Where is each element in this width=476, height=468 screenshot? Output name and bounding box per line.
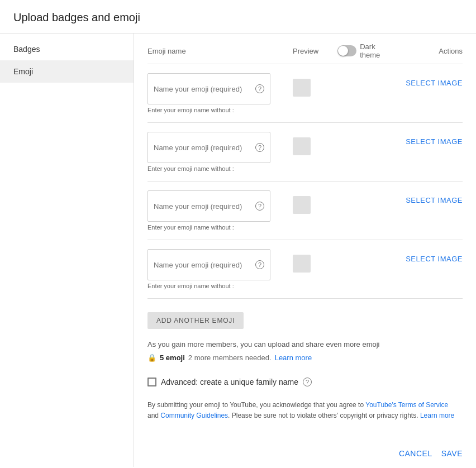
select-image-btn-2[interactable]: SELECT IMAGE <box>406 137 463 146</box>
tos-link[interactable]: YouTube's Terms of Service <box>365 401 448 409</box>
select-image-btn-4[interactable]: SELECT IMAGE <box>406 255 463 263</box>
footer-actions: CANCEL SAVE <box>399 440 463 467</box>
emoji-name-input-4[interactable] <box>154 261 252 269</box>
emoji-tier: 🔒 5 emoji 2 more members needed. Learn m… <box>147 353 463 362</box>
col-header-dark-theme: Dark theme <box>337 42 396 59</box>
help-icon-1[interactable]: ? <box>255 84 264 93</box>
preview-col-2 <box>293 132 337 155</box>
emoji-name-input-2[interactable] <box>154 144 252 152</box>
actions-col-4: SELECT IMAGE <box>396 249 463 263</box>
help-icon-2[interactable]: ? <box>255 143 264 152</box>
tos-section: By submitting your emoji to YouTube, you… <box>147 400 460 421</box>
page-header: Upload badges and emoji <box>0 0 476 34</box>
emoji-name-input-3[interactable] <box>154 202 252 211</box>
emoji-name-col-4: ? Enter your emoji name without : <box>147 249 293 289</box>
cancel-button[interactable]: CANCEL <box>399 449 432 458</box>
column-headers: Emoji name Preview Dark theme Actions <box>147 34 463 64</box>
tos-text-3: . Please be sure not to violate others' … <box>228 412 420 419</box>
emoji-name-col-2: ? Enter your emoji name without : <box>147 132 293 172</box>
community-link[interactable]: Community Guidelines <box>160 412 228 419</box>
emoji-row-1: ? Enter your emoji name without : SELECT… <box>147 64 463 123</box>
actions-col-1: SELECT IMAGE <box>396 73 463 87</box>
select-image-btn-3[interactable]: SELECT IMAGE <box>406 196 463 204</box>
emoji-input-wrapper-3: ? <box>147 190 270 222</box>
toggle-knob <box>338 46 348 56</box>
preview-col-3 <box>293 190 337 214</box>
actions-col-2: SELECT IMAGE <box>396 132 463 146</box>
preview-placeholder-2 <box>293 137 311 155</box>
tier-sub: 2 more members needed. <box>188 354 272 362</box>
sidebar-item-emoji[interactable]: Emoji <box>0 60 134 83</box>
emoji-hint-2: Enter your emoji name without : <box>147 165 293 172</box>
lock-icon: 🔒 <box>147 353 156 362</box>
sidebar: Badges Emoji <box>0 34 134 467</box>
emoji-name-input-1[interactable] <box>154 85 252 93</box>
preview-col-1 <box>293 73 337 97</box>
advanced-label: Advanced: create a unique family name <box>161 378 298 386</box>
help-icon-3[interactable]: ? <box>255 202 264 211</box>
col-header-actions: Actions <box>396 47 463 55</box>
dark-theme-toggle[interactable] <box>337 45 356 56</box>
emoji-name-col-3: ? Enter your emoji name without : <box>147 190 293 231</box>
col-header-preview: Preview <box>293 47 337 55</box>
emoji-hint-3: Enter your emoji name without : <box>147 224 293 231</box>
select-image-btn-1[interactable]: SELECT IMAGE <box>406 79 463 87</box>
emoji-input-wrapper-2: ? <box>147 132 270 163</box>
preview-placeholder-1 <box>293 79 311 97</box>
emoji-row-2: ? Enter your emoji name without : SELECT… <box>147 123 463 182</box>
emoji-input-wrapper-1: ? <box>147 73 270 104</box>
upgrade-text: As you gain more members, you can upload… <box>147 340 463 348</box>
col-header-emoji-name: Emoji name <box>147 47 293 55</box>
emoji-row-4: ? Enter your emoji name without : SELECT… <box>147 240 463 299</box>
upgrade-section: As you gain more members, you can upload… <box>147 340 463 362</box>
preview-col-4 <box>293 249 337 273</box>
advanced-section: Advanced: create a unique family name ? <box>147 378 463 386</box>
tos-learn-more-link[interactable]: Learn more <box>420 412 454 419</box>
preview-placeholder-4 <box>293 255 311 273</box>
save-button[interactable]: SAVE <box>441 449 463 458</box>
sidebar-item-badges[interactable]: Badges <box>0 38 134 60</box>
advanced-help-icon[interactable]: ? <box>303 378 312 386</box>
help-icon-4[interactable]: ? <box>255 260 264 269</box>
advanced-checkbox[interactable] <box>147 378 156 386</box>
emoji-hint-4: Enter your emoji name without : <box>147 283 293 289</box>
emoji-input-wrapper-4: ? <box>147 249 270 280</box>
emoji-hint-1: Enter your emoji name without : <box>147 107 293 113</box>
tos-text-1: By submitting your emoji to YouTube, you… <box>147 401 365 409</box>
emoji-name-col-1: ? Enter your emoji name without : <box>147 73 293 113</box>
tier-count: 5 emoji <box>160 354 185 362</box>
tos-text-2: and <box>147 412 160 419</box>
main-content: Emoji name Preview Dark theme Actions ? <box>134 34 476 467</box>
upgrade-learn-more-link[interactable]: Learn more <box>275 354 312 362</box>
layout: Badges Emoji Emoji name Preview Dark the… <box>0 34 476 467</box>
preview-placeholder-3 <box>293 196 311 214</box>
emoji-row-3: ? Enter your emoji name without : SELECT… <box>147 182 463 240</box>
add-another-emoji-button[interactable]: ADD ANOTHER EMOJI <box>147 312 244 329</box>
page-title: Upload badges and emoji <box>13 11 463 24</box>
actions-col-3: SELECT IMAGE <box>396 190 463 204</box>
